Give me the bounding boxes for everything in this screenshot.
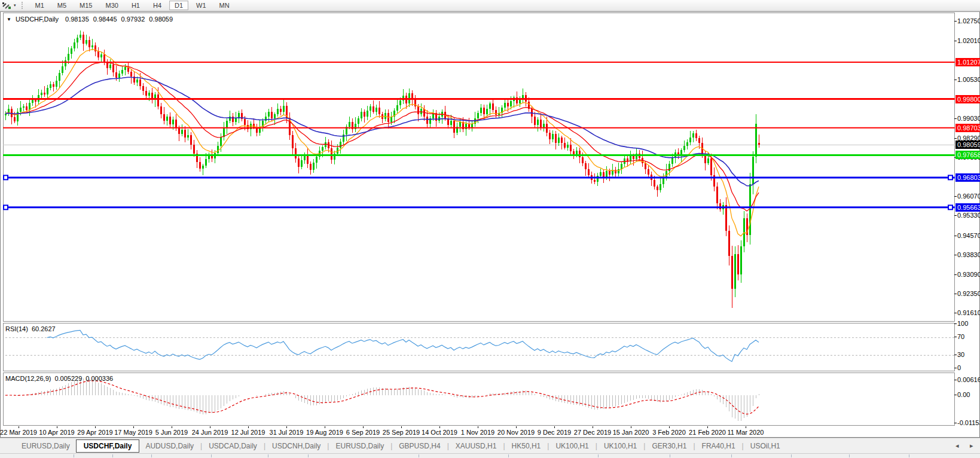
tab-scroll-right-icon[interactable]: ▸ [970,442,973,450]
tab-uk100-h1[interactable]: UK100,H1 [598,440,643,452]
chart-canvas[interactable] [1,12,955,438]
date-tick-mark [95,426,96,428]
tab-hk50-h1[interactable]: HK50,H1 [506,440,547,452]
rsi-indicator-label: RSI(14) 60.2627 [5,325,56,332]
tick-mark [954,313,957,313]
status-divider [670,454,670,457]
status-divider [151,454,152,457]
tick-mark [954,274,957,275]
date-label: 17 May 2019 [114,429,152,436]
status-divider [308,454,309,457]
date-label: 24 Jun 2019 [192,429,228,436]
date-label: 10 Apr 2019 [39,429,74,436]
price-axis[interactable]: 1.027501.020101.005300.990300.982900.975… [955,12,980,426]
line-handle[interactable] [4,205,8,209]
axis-tick-label: 1.02010 [957,37,980,45]
tab-gbpusd-h4[interactable]: GBPUSD,H4 [393,440,446,452]
tick-mark [954,294,957,294]
date-tick-mark [248,426,249,428]
tick-mark [954,138,957,139]
timeframe-button-w1[interactable]: W1 [191,1,212,10]
axis-tick-label: 0.94570 [957,232,980,240]
macd-label: MACD(12,26,9) [5,375,51,382]
date-tick-mark [478,426,478,428]
date-label: 12 Jul 2019 [231,429,265,436]
macd-indicator-label: MACD(12,26,9) 0.005229 0.000336 [5,375,113,382]
axis-tick-label: 0.92350 [957,290,980,298]
toolbar-grip[interactable] [22,2,24,9]
level-price-label: 0.99800 [955,95,980,103]
tab-uk100-h1[interactable]: UK100,H1 [549,440,594,452]
timeframe-button-d1[interactable]: D1 [169,1,188,10]
date-label: 3 Feb 2020 [652,429,686,436]
tick-mark [954,355,957,355]
rsi-axis-label: 100 [957,320,968,328]
timeframe-toolbar: ▾ M1M5M15M30H1H4D1W1MN [0,0,980,11]
tick-mark [954,118,957,119]
axis-tick-label: 0.95330 [957,212,980,219]
tab-eurusd-daily[interactable]: EURUSD,Daily [329,440,390,452]
level-price-label: 0.96803 [955,173,980,182]
current-price-label: 0.98059 [955,141,980,149]
date-label: 31 Jul 2019 [270,429,304,436]
status-divider [268,454,268,457]
chevron-down-icon[interactable]: ▾ [14,3,16,8]
chart-tab-bar: EURUSD,DailyUSDCHF,DailyAUDUSD,Daily|USD… [0,438,980,453]
tab-usdcnh-daily[interactable]: USDCNH,Daily [266,440,326,452]
level-price-label: 1.01207 [955,58,980,66]
tick-mark [954,380,957,380]
timeframe-button-m30[interactable]: M30 [100,1,123,10]
tab-xauusd-h1[interactable]: XAUUSD,H1 [450,440,503,452]
line-handle[interactable] [948,175,952,179]
date-label: 1 Nov 2019 [461,429,494,436]
chart-title: USDCHF,Daily [16,16,59,23]
status-divider [74,454,74,457]
tick-mark [954,337,957,337]
pane-border [4,13,955,322]
tick-mark [954,236,957,236]
date-axis[interactable]: 22 Mar 201910 Apr 201929 Apr 201917 May … [1,426,955,438]
date-tick-mark [631,426,631,428]
date-tick-mark [554,426,555,428]
timeframe-button-h1[interactable]: H1 [126,1,145,10]
rsi-axis-label: 70 [957,333,964,341]
date-tick-mark [286,426,287,428]
date-tick-mark [325,426,325,428]
axis-tick-label: 0.99030 [957,115,980,123]
tick-mark [954,80,957,80]
chart-window[interactable]: ▼ USDCHF,Daily 0.98135 0.98445 0.97932 0… [0,11,980,438]
tab-scroll-left-icon[interactable]: ◂ [955,442,959,450]
date-label: 22 Mar 2019 [0,429,37,436]
tab-audusd-daily[interactable]: AUDUSD,Daily [139,440,200,452]
line-handle[interactable] [948,205,952,209]
tab-usoil-h1[interactable]: USOil,H1 [744,440,786,452]
symbol-dropdown-icon[interactable]: ▼ [7,17,11,22]
date-tick-mark [19,426,19,428]
date-label: 20 Nov 2019 [497,429,535,436]
status-divider [909,454,909,457]
timeframe-buttons: M1M5M15M30H1H4D1W1MN [29,1,236,10]
tick-mark [954,41,957,41]
date-tick-mark [746,426,746,428]
status-divider [419,454,419,457]
timeframe-button-m1[interactable]: M1 [30,1,50,10]
status-bar [0,453,980,458]
chart-objects-icon[interactable] [2,1,13,10]
timeframe-button-h4[interactable]: H4 [148,1,167,10]
macd-value: 0.005229 [54,375,82,382]
line-handle[interactable] [4,175,8,179]
tab-eurusd-daily[interactable]: EURUSD,Daily [16,440,76,452]
tab-usdchf-daily[interactable]: USDCHF,Daily [76,439,140,453]
ohlc-open: 0.98135 [65,16,89,23]
tab-fra40-h1[interactable]: FRA40,H1 [696,440,741,452]
status-divider [849,454,850,457]
tab-ger30-h1[interactable]: GER30,H1 [646,440,692,452]
date-label: 14 Oct 2019 [422,429,457,436]
timeframe-button-m5[interactable]: M5 [52,1,72,10]
tab-usdcad-daily[interactable]: USDCAD,Daily [203,440,263,452]
timeframe-button-m15[interactable]: M15 [74,1,97,10]
status-divider [731,454,732,457]
date-label: 11 Mar 2020 [728,429,764,436]
timeframe-button-mn[interactable]: MN [214,1,235,10]
date-label: 29 Apr 2019 [77,429,112,436]
